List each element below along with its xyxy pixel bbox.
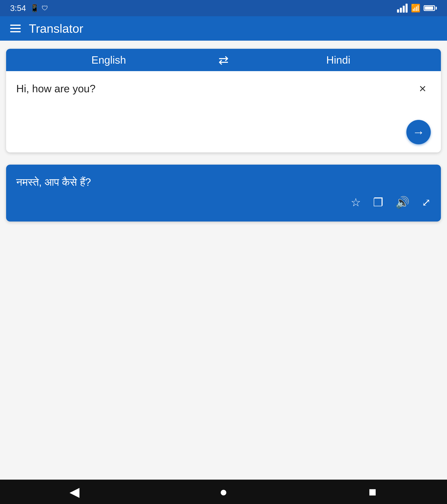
input-area: Hi, how are you? × → <box>6 71 441 152</box>
translate-button[interactable]: → <box>406 120 431 144</box>
recents-icon: ■ <box>369 484 376 499</box>
main-content: English ⇄ Hindi Hi, how are you? × → नमस… <box>0 41 447 480</box>
back-button[interactable]: ◀ <box>64 482 85 502</box>
result-card: नमस्ते, आप कैसे हैं? ☆ ❐ 🔊 ⤢ <box>6 165 441 221</box>
volume-icon: 🔊 <box>395 196 410 209</box>
sim-icon: 📱 <box>30 4 39 12</box>
hamburger-menu-button[interactable] <box>10 25 21 32</box>
app-title: Translator <box>29 21 83 36</box>
close-icon: × <box>419 82 426 95</box>
wifi-icon: 📶 <box>411 4 420 13</box>
source-text[interactable]: Hi, how are you? <box>16 81 406 96</box>
expand-button[interactable]: ⤢ <box>422 196 431 209</box>
input-card: English ⇄ Hindi Hi, how are you? × → <box>6 49 441 152</box>
swap-icon: ⇄ <box>218 53 229 67</box>
favorite-button[interactable]: ☆ <box>351 196 361 209</box>
recents-button[interactable]: ■ <box>362 482 383 502</box>
speak-button[interactable]: 🔊 <box>395 196 410 209</box>
star-icon: ☆ <box>351 196 361 209</box>
copy-button[interactable]: ❐ <box>373 196 383 209</box>
source-language-button[interactable]: English <box>6 50 211 70</box>
home-button[interactable]: ● <box>213 482 234 502</box>
security-icon: 🛡 <box>42 4 48 12</box>
app-bar: Translator <box>0 16 447 41</box>
status-left: 3:54 📱 🛡 <box>10 4 48 13</box>
result-actions: ☆ ❐ 🔊 ⤢ <box>16 196 431 209</box>
expand-icon: ⤢ <box>422 196 431 209</box>
target-language-button[interactable]: Hindi <box>236 50 441 70</box>
swap-languages-button[interactable]: ⇄ <box>211 53 236 67</box>
bottom-navigation: ◀ ● ■ <box>0 480 447 504</box>
status-icons-right: 📶 <box>397 4 437 13</box>
translated-text: नमस्ते, आप कैसे हैं? <box>16 175 431 190</box>
clear-button[interactable]: × <box>414 80 431 96</box>
status-icons-left: 📱 🛡 <box>30 4 48 12</box>
battery-icon <box>424 5 437 11</box>
status-bar: 3:54 📱 🛡 📶 <box>0 0 447 16</box>
language-header: English ⇄ Hindi <box>6 49 441 71</box>
signal-icon <box>397 4 408 13</box>
arrow-right-icon: → <box>412 125 425 139</box>
status-time: 3:54 <box>10 4 26 13</box>
back-icon: ◀ <box>70 484 79 499</box>
home-icon: ● <box>220 484 228 499</box>
copy-icon: ❐ <box>373 196 383 209</box>
